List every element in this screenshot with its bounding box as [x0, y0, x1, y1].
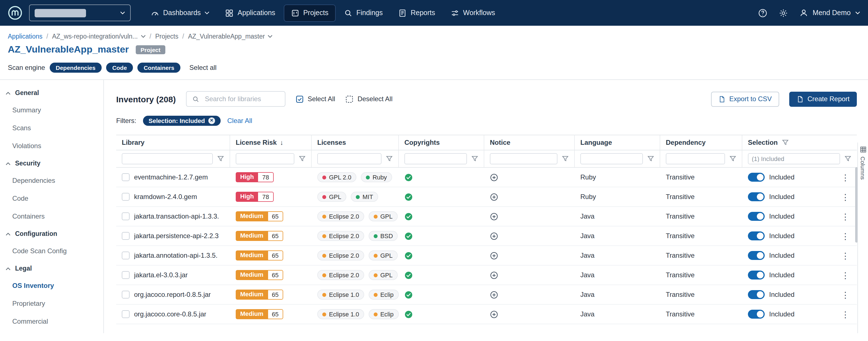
license-chip[interactable]: GPL	[369, 270, 398, 280]
license-chip[interactable]: Eclipse 2.0	[317, 231, 364, 241]
scan-engine-pill-code[interactable]: Code	[106, 63, 133, 73]
table-row[interactable]: jakarta.persistence-api-2.2.3Medium65Ecl…	[116, 226, 857, 246]
column-filter-input-dependency[interactable]	[666, 153, 725, 164]
filter-icon[interactable]	[844, 155, 851, 162]
organization-selector[interactable]	[29, 4, 131, 21]
filter-icon[interactable]	[562, 155, 568, 162]
selection-toggle[interactable]	[748, 212, 765, 221]
filter-icon[interactable]	[730, 155, 736, 162]
sidebar-item-code[interactable]: Code	[0, 190, 103, 207]
sidebar-item-violations[interactable]: Violations	[0, 137, 103, 155]
sidebar-item-os-inventory[interactable]: OS Inventory	[0, 277, 103, 294]
clear-all-filters-link[interactable]: Clear All	[227, 117, 252, 125]
filter-icon[interactable]	[386, 155, 393, 162]
nav-dashboards[interactable]: Dashboards	[144, 5, 216, 21]
nav-applications[interactable]: Applications	[219, 5, 282, 21]
license-chip[interactable]: MIT	[351, 192, 378, 202]
license-chip[interactable]: Eclipse 1.0	[317, 290, 364, 300]
filter-icon[interactable]	[647, 155, 654, 162]
sidebar-item-dependencies[interactable]: Dependencies	[0, 172, 103, 190]
notice-plus-icon[interactable]	[490, 232, 498, 240]
column-filter-input-license-risk[interactable]	[236, 153, 294, 164]
license-chip[interactable]: Ruby	[361, 172, 392, 182]
sidebar-section-legal[interactable]: Legal	[0, 260, 103, 277]
table-row[interactable]: jakarta.el-3.0.3.jarMedium65Eclipse 2.0G…	[116, 265, 857, 285]
filter-chip-selection-included[interactable]: Selection: Included ✕	[143, 116, 221, 126]
col-header-language[interactable]: Language	[575, 135, 660, 150]
table-row[interactable]: org.jacoco.core-0.8.5.jarMedium65Eclipse…	[116, 305, 857, 324]
column-filter-input-licenses[interactable]	[317, 153, 381, 164]
row-checkbox[interactable]	[122, 173, 130, 181]
notice-plus-icon[interactable]	[490, 310, 498, 318]
filter-icon[interactable]	[471, 155, 478, 162]
license-chip[interactable]: Eclipse 2.0	[317, 251, 364, 260]
breadcrumb-item-applications[interactable]: Applications	[8, 33, 42, 40]
table-row[interactable]: org.jacoco.report-0.8.5.jarMedium65Eclip…	[116, 285, 857, 305]
col-header-licenses[interactable]: Licenses	[312, 135, 399, 150]
col-header-dependency[interactable]: Dependency	[660, 135, 742, 150]
selection-toggle[interactable]	[748, 290, 765, 299]
row-menu-button[interactable]: ⋮	[839, 193, 851, 201]
user-menu[interactable]: Mend Demo	[799, 8, 860, 17]
select-all-button[interactable]: Select All	[295, 95, 335, 103]
notice-plus-icon[interactable]	[490, 251, 498, 260]
sidebar-item-commercial[interactable]: Commercial	[0, 312, 103, 331]
help-icon[interactable]	[758, 8, 768, 18]
license-chip[interactable]: Eclip	[369, 290, 399, 300]
row-menu-button[interactable]: ⋮	[839, 232, 851, 240]
sidebar-item-proprietary[interactable]: Proprietary	[0, 294, 103, 312]
col-header-license-risk[interactable]: License Risk↓	[230, 135, 312, 150]
license-chip[interactable]: GPL	[369, 251, 398, 260]
license-chip[interactable]: GPL 2.0	[317, 172, 356, 182]
sidebar-item-summary[interactable]: Summary	[0, 101, 103, 119]
notice-plus-icon[interactable]	[490, 212, 498, 221]
column-filter-input-library[interactable]	[122, 153, 213, 164]
col-header-selection[interactable]: Selection	[742, 135, 857, 150]
nav-findings[interactable]: Findings	[337, 5, 390, 21]
nav-projects[interactable]: Projects	[284, 5, 335, 21]
nav-reports[interactable]: Reports	[392, 5, 442, 21]
notice-plus-icon[interactable]	[490, 271, 498, 279]
selection-toggle[interactable]	[748, 173, 765, 182]
row-checkbox[interactable]	[122, 310, 130, 318]
settings-gear-icon[interactable]	[779, 8, 788, 18]
notice-plus-icon[interactable]	[490, 173, 498, 181]
row-checkbox[interactable]	[122, 252, 130, 259]
nav-workflows[interactable]: Workflows	[444, 5, 502, 21]
row-menu-button[interactable]: ⋮	[839, 310, 851, 318]
selection-toggle[interactable]	[748, 231, 765, 240]
scan-engine-select-all[interactable]: Select all	[189, 64, 216, 72]
license-chip[interactable]: Eclipse 1.0	[317, 309, 364, 319]
row-checkbox[interactable]	[122, 271, 130, 279]
col-header-copyrights[interactable]: Copyrights	[399, 135, 484, 150]
breadcrumb-item-az-vulnerableapp-master[interactable]: AZ_VulnerableApp_master	[188, 33, 273, 40]
table-row[interactable]: eventmachine-1.2.7.gemHigh78GPL 2.0RubyR…	[116, 168, 857, 187]
scan-engine-pill-containers[interactable]: Containers	[137, 63, 180, 73]
sidebar-item-containers[interactable]: Containers	[0, 207, 103, 225]
row-menu-button[interactable]: ⋮	[839, 212, 851, 221]
breadcrumb-item-projects[interactable]: Projects	[155, 33, 179, 40]
deselect-all-button[interactable]: Deselect All	[345, 95, 393, 103]
license-chip[interactable]: Eclipse 2.0	[317, 211, 364, 221]
sidebar-section-security[interactable]: Security	[0, 155, 103, 172]
column-filter-input-notice[interactable]	[490, 153, 557, 164]
col-header-notice[interactable]: Notice	[484, 135, 575, 150]
selection-toggle[interactable]	[748, 271, 765, 280]
col-header-library[interactable]: Library	[116, 135, 230, 150]
selection-toggle[interactable]	[748, 251, 765, 260]
row-menu-button[interactable]: ⋮	[839, 251, 851, 260]
row-checkbox[interactable]	[122, 193, 130, 201]
selection-toggle[interactable]	[748, 310, 765, 319]
scan-engine-pill-dependencies[interactable]: Dependencies	[50, 63, 101, 73]
column-filter-input-selection[interactable]	[748, 153, 840, 164]
row-menu-button[interactable]: ⋮	[839, 271, 851, 279]
row-checkbox[interactable]	[122, 232, 130, 240]
table-row[interactable]: kramdown-2.4.0.gemHigh78GPLMITRubyTransi…	[116, 187, 857, 207]
notice-plus-icon[interactable]	[490, 193, 498, 201]
mend-logo-icon[interactable]	[8, 6, 22, 20]
row-checkbox[interactable]	[122, 212, 130, 220]
filter-icon[interactable]	[217, 155, 224, 162]
row-checkbox[interactable]	[122, 291, 130, 299]
license-chip[interactable]: Eclipse 2.0	[317, 270, 364, 280]
create-report-button[interactable]: Create Report	[789, 91, 857, 107]
